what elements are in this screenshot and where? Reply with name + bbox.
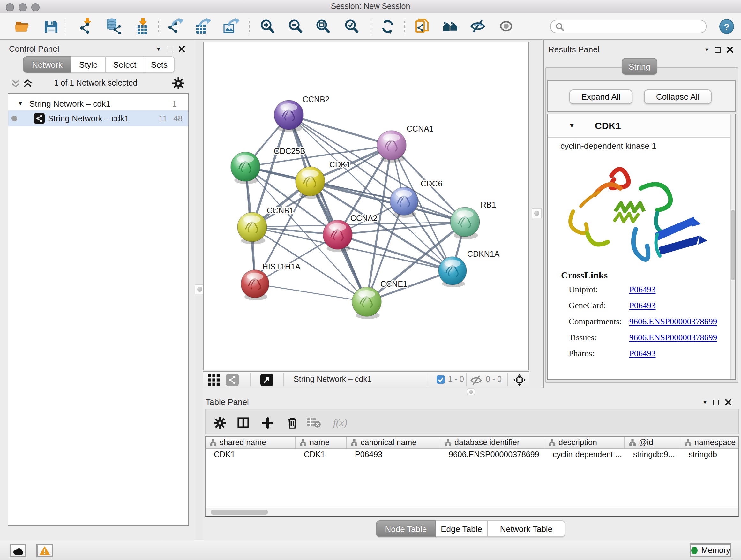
tissues-link[interactable]: 9606.ENSP00000378699 <box>629 333 717 343</box>
delete-table-icon[interactable] <box>307 415 322 430</box>
collection-name: String Network – cdk1 <box>29 99 111 108</box>
collapse-panel-icon[interactable]: ▾ <box>157 46 160 52</box>
network-view-icon[interactable] <box>226 374 239 386</box>
zoom-in-icon[interactable] <box>259 18 276 35</box>
scrollbar-thumb[interactable] <box>211 509 268 515</box>
tab-sets[interactable]: Sets <box>144 56 175 73</box>
collection-expander-icon[interactable]: ▼ <box>17 100 23 107</box>
uniprot-link[interactable]: P06493 <box>629 285 656 295</box>
node-CDC25B[interactable] <box>231 152 260 184</box>
node-CCNA1[interactable] <box>377 131 406 163</box>
refresh-icon[interactable] <box>379 18 396 35</box>
column-header-description[interactable]: description <box>544 437 625 448</box>
genecard-link[interactable]: P06493 <box>629 301 656 311</box>
collapse-panel-icon[interactable]: ▾ <box>703 399 706 406</box>
pharos-link[interactable]: P06493 <box>629 349 656 359</box>
zoom-out-icon[interactable] <box>287 18 304 35</box>
results-tab-string[interactable]: String <box>622 58 657 73</box>
collapse-card-icon[interactable]: ▼ <box>569 123 575 129</box>
save-session-icon[interactable] <box>42 18 59 35</box>
search-input[interactable] <box>567 21 706 32</box>
edge-CCNA2-CDKN1A[interactable] <box>338 235 453 271</box>
expand-all-button[interactable]: Expand All <box>569 89 632 104</box>
network-canvas[interactable]: CCNB2CCNA1CDC25BCDK1CDC6RB1CCNB1CCNA2CDK… <box>203 42 529 370</box>
table-settings-gear-icon[interactable] <box>212 415 227 430</box>
hidden-eye-icon[interactable] <box>470 375 482 385</box>
show-columns-icon[interactable] <box>235 415 251 430</box>
export-table-icon[interactable] <box>195 18 211 35</box>
tab-node-table[interactable]: Node Table <box>376 520 436 537</box>
table-horizontal-scrollbar[interactable] <box>205 508 738 516</box>
compartments-link[interactable]: 9606.ENSP00000378699 <box>629 317 717 327</box>
open-file-icon[interactable] <box>13 18 30 35</box>
node-CCNB1[interactable] <box>238 212 267 244</box>
node-CDC6[interactable] <box>390 187 418 218</box>
show-all-icon[interactable] <box>498 18 515 35</box>
hide-selected-icon[interactable] <box>470 18 486 35</box>
cloud-status-button[interactable] <box>10 544 26 557</box>
horizontal-splitter[interactable] <box>203 388 741 395</box>
node-CDKN1A[interactable] <box>439 257 467 287</box>
tab-network[interactable]: Network <box>23 56 71 73</box>
node-CDK1[interactable] <box>295 167 325 199</box>
left-splitter[interactable] <box>195 40 203 540</box>
node-CCNA2[interactable] <box>323 220 352 252</box>
scrollbar-thumb[interactable] <box>731 210 735 280</box>
collapse-all-button[interactable]: Collapse All <box>644 89 712 104</box>
float-panel-icon[interactable] <box>713 399 719 405</box>
tab-select[interactable]: Select <box>106 56 144 73</box>
column-header-shared-name[interactable]: shared name <box>205 437 295 448</box>
memory-button[interactable]: Memory <box>690 543 731 557</box>
home-icon[interactable] <box>442 18 459 35</box>
column-header-database-identifier[interactable]: database identifier <box>441 437 544 448</box>
zoom-fit-icon[interactable] <box>315 18 331 35</box>
delete-column-trash-icon[interactable] <box>285 415 300 430</box>
column-header-canonical-name[interactable]: canonical name <box>347 437 441 448</box>
import-network-from-database-icon[interactable] <box>105 18 122 35</box>
crosslink-row: Tissues: 9606.ENSP00000378699 <box>569 333 735 343</box>
birds-eye-view-icon[interactable] <box>513 374 526 386</box>
node-CCNE1[interactable] <box>352 287 381 319</box>
column-header-id[interactable]: @id <box>625 437 680 448</box>
search-box[interactable] <box>550 20 706 33</box>
network-row-selected[interactable]: String Network – cdk1 11 48 <box>8 111 188 126</box>
column-header-name[interactable]: name <box>295 437 347 448</box>
grid-view-icon[interactable] <box>208 374 219 386</box>
help-button[interactable]: ? <box>719 19 734 34</box>
node-CCNB2[interactable] <box>274 100 304 132</box>
splitter-grip[interactable] <box>467 388 475 395</box>
close-panel-icon[interactable] <box>727 47 733 53</box>
protein-card-header[interactable]: ▼ CDK1 <box>548 114 735 138</box>
column-header-namespace[interactable]: namespace <box>680 437 738 448</box>
expand-all-networks-icon[interactable] <box>23 79 32 87</box>
network-collection-row[interactable]: ▼ String Network – cdk1 1 <box>8 97 188 111</box>
export-network-icon[interactable] <box>167 18 184 35</box>
tab-edge-table[interactable]: Edge Table <box>436 520 488 537</box>
import-network-icon[interactable] <box>78 18 95 35</box>
open-panels-icon[interactable] <box>414 18 431 35</box>
node-RB1[interactable] <box>450 207 480 239</box>
warning-status-button[interactable] <box>37 544 53 557</box>
selected-checkbox-icon[interactable] <box>436 375 445 384</box>
close-panel-icon[interactable] <box>725 399 731 406</box>
table-row[interactable]: CDK1 CDK1 P06493 9606.ENSP00000378699 cy… <box>205 449 738 460</box>
tab-network-table[interactable]: Network Table <box>488 520 565 537</box>
create-column-icon[interactable] <box>260 415 275 430</box>
edge-HIST1H1A-CCNE1[interactable] <box>255 284 367 302</box>
import-table-icon[interactable] <box>134 18 151 35</box>
node-HIST1H1A[interactable] <box>241 270 269 300</box>
close-panel-icon[interactable] <box>179 46 185 52</box>
detach-view-icon[interactable] <box>260 374 273 386</box>
tab-style[interactable]: Style <box>71 56 106 73</box>
network-options-gear-icon[interactable] <box>172 77 185 89</box>
float-panel-icon[interactable] <box>166 46 172 52</box>
collapse-panel-icon[interactable]: ▾ <box>705 47 709 53</box>
collapse-all-networks-icon[interactable] <box>11 79 20 87</box>
results-scrollbar[interactable] <box>730 114 735 379</box>
float-panel-icon[interactable] <box>715 47 721 53</box>
splitter-grip[interactable] <box>532 208 542 219</box>
export-image-icon[interactable] <box>223 18 239 35</box>
function-builder-icon[interactable]: f(x) <box>329 415 351 430</box>
right-splitter[interactable] <box>530 40 542 391</box>
zoom-selected-icon[interactable] <box>343 18 360 35</box>
